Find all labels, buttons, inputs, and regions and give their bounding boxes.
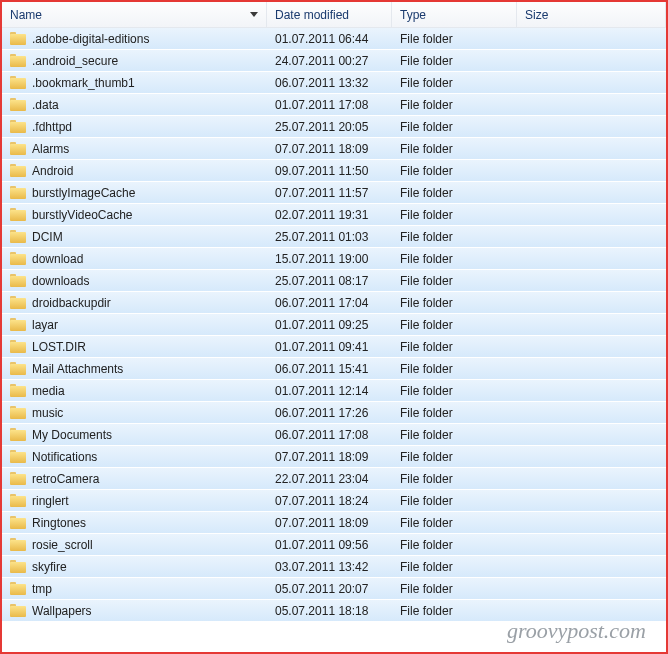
cell-date: 24.07.2011 00:27 — [267, 54, 392, 68]
cell-date: 05.07.2011 18:18 — [267, 604, 392, 618]
table-row[interactable]: Mail Attachments06.07.2011 15:41File fol… — [2, 358, 666, 380]
cell-date: 02.07.2011 19:31 — [267, 208, 392, 222]
table-row[interactable]: music06.07.2011 17:26File folder — [2, 402, 666, 424]
column-header-type-label: Type — [400, 8, 426, 22]
sort-dropdown-icon[interactable] — [250, 12, 258, 17]
folder-icon — [10, 472, 26, 485]
cell-date: 01.07.2011 09:41 — [267, 340, 392, 354]
file-name: retroCamera — [32, 472, 99, 486]
table-row[interactable]: ringlert07.07.2011 18:24File folder — [2, 490, 666, 512]
cell-name: .fdhttpd — [2, 120, 267, 134]
table-row[interactable]: .fdhttpd25.07.2011 20:05File folder — [2, 116, 666, 138]
column-header-row: Name Date modified Type Size — [2, 2, 666, 28]
folder-icon — [10, 230, 26, 243]
column-header-type[interactable]: Type — [392, 2, 517, 27]
file-name: burstlyImageCache — [32, 186, 135, 200]
cell-date: 07.07.2011 18:24 — [267, 494, 392, 508]
cell-name: Alarms — [2, 142, 267, 156]
file-name: .adobe-digital-editions — [32, 32, 149, 46]
cell-type: File folder — [392, 230, 517, 244]
cell-name: music — [2, 406, 267, 420]
folder-icon — [10, 516, 26, 529]
table-row[interactable]: DCIM25.07.2011 01:03File folder — [2, 226, 666, 248]
table-row[interactable]: tmp05.07.2011 20:07File folder — [2, 578, 666, 600]
table-row[interactable]: retroCamera22.07.2011 23:04File folder — [2, 468, 666, 490]
file-name: .android_secure — [32, 54, 118, 68]
file-name: .data — [32, 98, 59, 112]
folder-icon — [10, 340, 26, 353]
table-row[interactable]: download15.07.2011 19:00File folder — [2, 248, 666, 270]
table-row[interactable]: Ringtones07.07.2011 18:09File folder — [2, 512, 666, 534]
table-row[interactable]: droidbackupdir06.07.2011 17:04File folde… — [2, 292, 666, 314]
cell-date: 01.07.2011 17:08 — [267, 98, 392, 112]
table-row[interactable]: .bookmark_thumb106.07.2011 13:32File fol… — [2, 72, 666, 94]
cell-name: droidbackupdir — [2, 296, 267, 310]
cell-type: File folder — [392, 208, 517, 222]
table-row[interactable]: media01.07.2011 12:14File folder — [2, 380, 666, 402]
table-row[interactable]: downloads25.07.2011 08:17File folder — [2, 270, 666, 292]
table-row[interactable]: rosie_scroll01.07.2011 09:56File folder — [2, 534, 666, 556]
cell-type: File folder — [392, 142, 517, 156]
folder-icon — [10, 32, 26, 45]
cell-name: DCIM — [2, 230, 267, 244]
cell-name: burstlyImageCache — [2, 186, 267, 200]
file-name: rosie_scroll — [32, 538, 93, 552]
cell-name: downloads — [2, 274, 267, 288]
table-row[interactable]: Android09.07.2011 11:50File folder — [2, 160, 666, 182]
folder-icon — [10, 98, 26, 111]
table-row[interactable]: skyfire03.07.2011 13:42File folder — [2, 556, 666, 578]
folder-icon — [10, 428, 26, 441]
cell-type: File folder — [392, 98, 517, 112]
table-row[interactable]: layar01.07.2011 09:25File folder — [2, 314, 666, 336]
cell-type: File folder — [392, 472, 517, 486]
cell-type: File folder — [392, 406, 517, 420]
column-header-name[interactable]: Name — [2, 2, 267, 27]
cell-name: LOST.DIR — [2, 340, 267, 354]
cell-name: My Documents — [2, 428, 267, 442]
column-header-date-label: Date modified — [275, 8, 349, 22]
folder-icon — [10, 142, 26, 155]
cell-type: File folder — [392, 340, 517, 354]
column-header-date[interactable]: Date modified — [267, 2, 392, 27]
file-name: downloads — [32, 274, 89, 288]
cell-type: File folder — [392, 362, 517, 376]
cell-date: 25.07.2011 08:17 — [267, 274, 392, 288]
folder-icon — [10, 582, 26, 595]
folder-icon — [10, 560, 26, 573]
column-header-size-label: Size — [525, 8, 548, 22]
table-row[interactable]: burstlyVideoCache02.07.2011 19:31File fo… — [2, 204, 666, 226]
folder-icon — [10, 450, 26, 463]
cell-name: .adobe-digital-editions — [2, 32, 267, 46]
cell-date: 01.07.2011 09:25 — [267, 318, 392, 332]
cell-name: Ringtones — [2, 516, 267, 530]
cell-type: File folder — [392, 538, 517, 552]
table-row[interactable]: LOST.DIR01.07.2011 09:41File folder — [2, 336, 666, 358]
cell-type: File folder — [392, 384, 517, 398]
file-name: media — [32, 384, 65, 398]
cell-date: 05.07.2011 20:07 — [267, 582, 392, 596]
cell-date: 07.07.2011 18:09 — [267, 142, 392, 156]
cell-type: File folder — [392, 120, 517, 134]
table-row[interactable]: Notifications07.07.2011 18:09File folder — [2, 446, 666, 468]
cell-date: 01.07.2011 09:56 — [267, 538, 392, 552]
cell-type: File folder — [392, 582, 517, 596]
cell-date: 07.07.2011 18:09 — [267, 450, 392, 464]
file-name: burstlyVideoCache — [32, 208, 133, 222]
cell-name: .data — [2, 98, 267, 112]
table-row[interactable]: My Documents06.07.2011 17:08File folder — [2, 424, 666, 446]
file-name: ringlert — [32, 494, 69, 508]
table-row[interactable]: burstlyImageCache07.07.2011 11:57File fo… — [2, 182, 666, 204]
folder-icon — [10, 274, 26, 287]
cell-date: 07.07.2011 18:09 — [267, 516, 392, 530]
table-row[interactable]: .data01.07.2011 17:08File folder — [2, 94, 666, 116]
cell-type: File folder — [392, 76, 517, 90]
cell-name: Notifications — [2, 450, 267, 464]
file-name: Wallpapers — [32, 604, 92, 618]
column-header-size[interactable]: Size — [517, 2, 666, 27]
cell-name: Wallpapers — [2, 604, 267, 618]
cell-date: 01.07.2011 06:44 — [267, 32, 392, 46]
table-row[interactable]: .android_secure24.07.2011 00:27File fold… — [2, 50, 666, 72]
cell-name: rosie_scroll — [2, 538, 267, 552]
table-row[interactable]: Alarms07.07.2011 18:09File folder — [2, 138, 666, 160]
table-row[interactable]: .adobe-digital-editions01.07.2011 06:44F… — [2, 28, 666, 50]
